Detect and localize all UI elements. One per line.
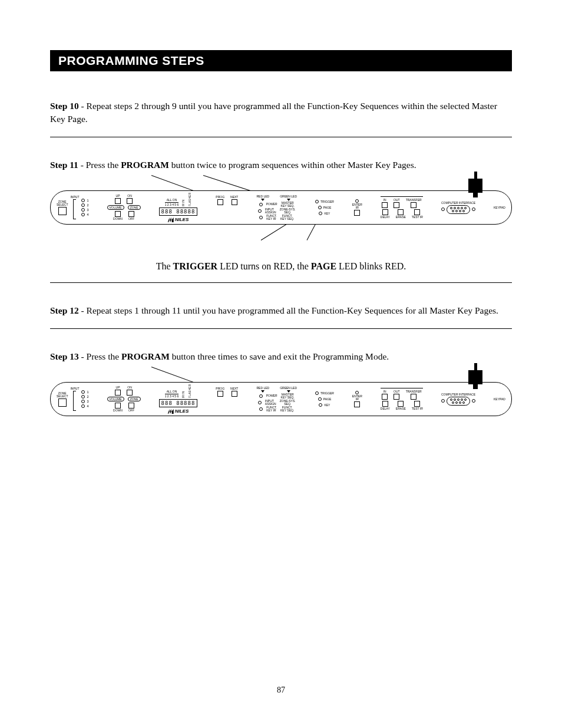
zone-sys-seq-label: ZONE-SYS. SEQ. [280, 400, 296, 406]
keypad-label: KEYPAD [494, 398, 505, 401]
test-ir-button [414, 209, 420, 215]
divider [50, 328, 512, 329]
updown-cluster: UP ON VOLUMEZONE DOWN OFF [107, 386, 141, 412]
num-4: 4 [87, 213, 88, 216]
keypad-group: KEYPAD [494, 398, 505, 401]
enter-ir-button [354, 210, 360, 216]
io-cluster: IN OUT TRANSFER DELAY ERASE TEST IR [381, 196, 423, 219]
step-12-text: Step 12 - Repeat steps 1 through 11 unti… [50, 304, 512, 317]
down-button [115, 403, 121, 409]
next-label: NEXT [230, 387, 238, 390]
out-button [394, 202, 399, 208]
arrow-down-icon [261, 199, 265, 201]
led-icon [319, 403, 322, 407]
delay-button [382, 401, 388, 407]
test-ir-label: TEST IR [412, 216, 423, 219]
input-group: INPUT [70, 196, 79, 219]
zone-select-button [58, 398, 67, 407]
out-label: OUT [394, 199, 400, 202]
prog-next-cluster: PROG NEXT [216, 387, 238, 397]
test-ir-button [414, 401, 420, 407]
caption-mid: LED turns on RED, the [217, 261, 311, 271]
page-label: PAGE [323, 206, 332, 209]
step-10-text: Step 10 - Repeat steps 2 through 9 until… [50, 100, 512, 126]
zone-select-group: ZONE SELECT [57, 200, 68, 215]
section-header: PROGRAMMING STEPS [50, 50, 512, 71]
zone-select-label: ZONE SELECT [57, 200, 68, 206]
step-11-text: Step 11 - Press the PROGRAM button twice… [50, 159, 512, 172]
in-label: IN [384, 390, 386, 393]
up-button [115, 198, 121, 204]
input-leds: 1 2 3 4 [81, 199, 88, 216]
topline [381, 388, 423, 388]
input-leds: 1 2 3 4 [81, 390, 88, 408]
green-led-label: GREEN LED [280, 195, 297, 198]
off-button [128, 403, 134, 409]
transfer-label: TRANSFER [406, 199, 422, 202]
trigger-page-key: TRIGGER PAGE KEY [315, 391, 334, 407]
out-button [394, 394, 399, 400]
erase-button [398, 401, 404, 407]
step-11-label: Step 11 [50, 160, 78, 170]
input-assign-label: INPUT ASSIGN [265, 208, 276, 214]
flasher-label: FLASHER [189, 384, 191, 398]
dip-numbers: 1 2 3 4 5 6 [165, 395, 179, 398]
on-label: ON [127, 195, 132, 197]
step-13: Step 13 - Press the PROGRAM button three… [50, 350, 512, 423]
num-1: 1 [87, 390, 88, 394]
prog-button [217, 199, 223, 205]
led-icon [258, 209, 262, 213]
on-button [127, 198, 133, 204]
next-label: NEXT [230, 196, 238, 199]
step-10: Step 10 - Repeat steps 2 through 9 until… [50, 100, 512, 126]
input-assign-label: INPUT ASSIGN [265, 400, 276, 406]
funct-key-seq-label: FUNCT. KEY SEQ. [280, 215, 294, 220]
step-13-suffix: button three times to save and exit the … [170, 351, 389, 361]
panel-caption: The TRIGGER LED turns on RED, the PAGE L… [50, 261, 512, 272]
led-icon [81, 213, 85, 216]
program-bold-2: PROGRAM [121, 351, 170, 361]
step-12: Step 12 - Repeat steps 1 through 11 unti… [50, 304, 512, 317]
keypad-plug-icon [468, 363, 482, 389]
delay-label: DELAY [381, 216, 390, 219]
computer-interface-group: COMPUTER INTERFACE [441, 202, 475, 214]
device-panel-illustration-2: ZONE SELECT INPUT 1 2 3 4 UP ON VOLUMEZO… [50, 370, 512, 423]
up-button [115, 390, 121, 396]
page-label: PAGE [323, 398, 332, 401]
led-icon [259, 407, 263, 411]
zone-input-cluster: ZONE SELECT INPUT 1 2 3 4 [57, 196, 89, 219]
step-10-label: Step 10 [50, 101, 79, 111]
transfer-button [411, 202, 416, 208]
step-13-text: Step 13 - Press the PROGRAM button three… [50, 350, 512, 363]
num-2: 2 [87, 395, 88, 398]
ir-in-label: IR IN [182, 391, 185, 398]
step-12-label: Step 12 [50, 305, 79, 315]
red-led-label: RED LED [256, 387, 269, 390]
keypad-label: KEYPAD [494, 206, 505, 209]
ir-in-label: IR IN [182, 200, 185, 206]
funct-key-ir-label: FUNCT. KEY IR [266, 215, 277, 220]
off-label: OFF [128, 409, 134, 412]
trigger-label: TRIGGER [320, 392, 334, 395]
power-label: POWER [266, 203, 277, 206]
led-icon [259, 203, 263, 206]
jack-icon [472, 207, 475, 211]
arrow-down-icon [261, 390, 265, 393]
device-front-panel: ZONE SELECT INPUT 1 2 3 4 UP ON [50, 190, 512, 225]
down-label: DOWN [113, 218, 123, 220]
updown-cluster: UP ON VOLUME ZONE DOWN OFF [107, 195, 141, 220]
green-led-label: GREEN LED [280, 387, 297, 390]
num-3: 3 [87, 208, 88, 212]
computer-interface-label: COMPUTER INTERFACE [441, 393, 475, 396]
transfer-label: TRANSFER [406, 390, 422, 393]
up-label: UP [116, 195, 120, 197]
master-key-seq-label: MASTER KEY SEQ. [281, 202, 295, 207]
led-icon [81, 199, 85, 202]
all-on-label: ALL ON [167, 390, 177, 393]
next-button [232, 391, 237, 397]
io-cluster: IN OUT TRANSFER DELAY ERASE TEST IR [381, 388, 423, 410]
caption-page: PAGE [311, 261, 336, 271]
status-led-grid: RED LED GREEN LED POWERMASTER KEY SEQ. I… [256, 387, 297, 412]
led-icon [315, 391, 319, 395]
off-button [128, 211, 134, 217]
